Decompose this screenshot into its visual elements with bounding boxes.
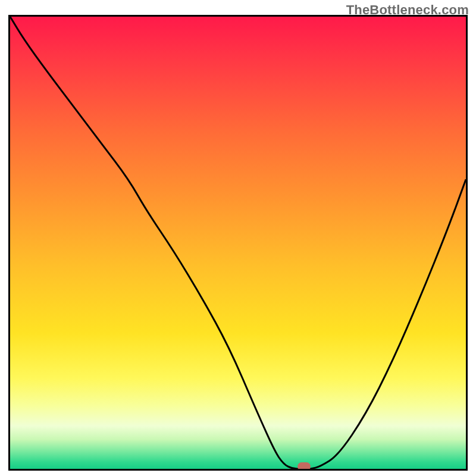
curve-path <box>10 17 466 469</box>
bottleneck-chart: TheBottleneck.com <box>0 0 476 476</box>
plot-area <box>10 17 466 469</box>
watermark-text: TheBottleneck.com <box>346 2 469 18</box>
bottleneck-curve <box>10 17 466 469</box>
